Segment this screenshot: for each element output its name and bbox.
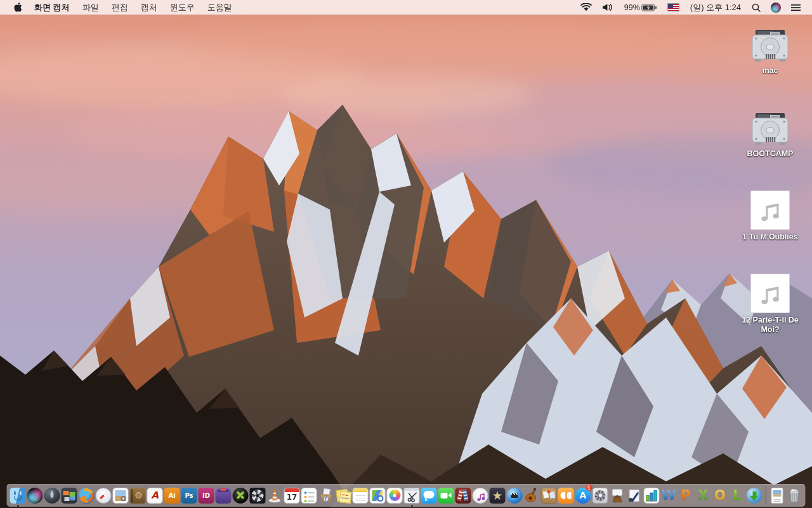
dock-item-facetime[interactable] bbox=[438, 484, 455, 507]
dock-item-grab[interactable] bbox=[403, 484, 421, 507]
dock-item-numbers[interactable] bbox=[643, 484, 660, 507]
dock-item-pages[interactable] bbox=[626, 484, 643, 507]
dock-item-word[interactable]: W bbox=[660, 484, 678, 507]
sierra-mountain-wallpaper bbox=[0, 0, 812, 508]
disk-tool-icon bbox=[250, 488, 266, 504]
dock-item-app-store[interactable]: A1 bbox=[575, 484, 592, 507]
menu-item-5[interactable]: 도움말 bbox=[201, 2, 239, 13]
dock-item-vlc[interactable] bbox=[266, 484, 284, 507]
spotlight-menu[interactable] bbox=[747, 0, 766, 15]
dock-item-keynote[interactable] bbox=[609, 484, 626, 507]
dock-item-siri[interactable] bbox=[27, 484, 44, 507]
siri-menu[interactable] bbox=[766, 0, 786, 15]
desktop-icon-label: 1 Tu M'Oublies bbox=[742, 232, 797, 242]
dock-item-address-book[interactable] bbox=[129, 484, 147, 507]
dock-item-calendar[interactable]: 17 bbox=[284, 484, 301, 507]
dock-item-lync[interactable]: L bbox=[729, 484, 746, 507]
facetime-camera-icon bbox=[438, 488, 454, 504]
input-source-menu[interactable] bbox=[662, 0, 684, 15]
menu-item-3[interactable]: 캡처 bbox=[134, 2, 164, 13]
desktop-icon-label: 12 Parle-T-Il De Moi? bbox=[735, 316, 805, 335]
wifi-icon bbox=[580, 3, 592, 11]
dock-item-system-preferences[interactable] bbox=[592, 484, 609, 507]
battery-charging-icon bbox=[641, 4, 657, 11]
icon-text: A bbox=[148, 488, 162, 503]
apple-icon bbox=[13, 2, 22, 13]
dock-item-trash[interactable] bbox=[786, 484, 803, 507]
dock-item-photos[interactable] bbox=[386, 484, 403, 507]
dock-item-stickies[interactable] bbox=[335, 484, 352, 507]
dock-item-acrobat-reader[interactable]: A bbox=[147, 484, 164, 507]
dock-item-image-file[interactable] bbox=[769, 484, 786, 507]
notification-center-menu[interactable] bbox=[786, 0, 806, 15]
dock-item-powerpoint[interactable]: P bbox=[678, 484, 695, 507]
notification-center-icon bbox=[791, 4, 801, 11]
calendar-icon: 17 bbox=[284, 488, 300, 504]
dock-item-ibooks[interactable] bbox=[558, 484, 575, 507]
dock-item-firefox[interactable] bbox=[78, 484, 95, 507]
dock-item-outlook[interactable]: O bbox=[712, 484, 729, 507]
numbers-chart-icon bbox=[644, 488, 660, 504]
apple-menu[interactable] bbox=[8, 0, 28, 15]
dock-item-corkboard-app[interactable] bbox=[540, 484, 558, 507]
desktop-icons: mac BOOTCAMP 1 Tu M'Oublies 12 Parle-T-I… bbox=[735, 23, 805, 365]
system-preferences-gear-icon bbox=[593, 488, 608, 504]
dock-item-reminders[interactable] bbox=[301, 484, 318, 507]
dock-item-x-orb-app[interactable] bbox=[232, 484, 249, 507]
ibooks-icon bbox=[558, 488, 574, 504]
battery-menu[interactable]: 99% bbox=[619, 0, 662, 15]
icon-text: O bbox=[712, 488, 728, 504]
dock-item-notes[interactable] bbox=[352, 484, 369, 507]
dock-item-imovie[interactable]: ★ bbox=[489, 484, 506, 507]
menu-item-2[interactable]: 편집 bbox=[105, 2, 134, 13]
dock-item-photoshop[interactable]: Ps bbox=[181, 484, 198, 507]
preview-icon bbox=[113, 488, 129, 504]
dock-item-finder[interactable] bbox=[10, 484, 27, 507]
dock-item-launchpad[interactable] bbox=[44, 484, 61, 507]
menu-item-1[interactable]: 파일 bbox=[76, 2, 105, 13]
menu-bar-clock[interactable]: (일) 오후 1:24 bbox=[684, 2, 747, 13]
active-app-menu[interactable]: 화면 캡처 bbox=[28, 2, 76, 13]
globe-download-icon bbox=[747, 488, 763, 504]
audio-file-icon bbox=[750, 190, 790, 230]
excel-icon: X bbox=[695, 488, 711, 504]
desktop-icon-12-parle-t-il-de-moi-[interactable]: 12 Parle-T-Il De Moi? bbox=[735, 272, 805, 335]
dock-item-safari[interactable] bbox=[95, 484, 112, 507]
dock-item-garageband[interactable] bbox=[523, 484, 540, 507]
running-indicator bbox=[17, 505, 19, 507]
icon-text: Ai bbox=[164, 488, 180, 504]
dock-item-illustrator[interactable]: Ai bbox=[164, 484, 181, 507]
desktop-icon-bootcamp[interactable]: BOOTCAMP bbox=[735, 106, 805, 159]
dock-item-itunes[interactable] bbox=[472, 484, 489, 507]
volume-menu[interactable] bbox=[597, 0, 619, 15]
dock: AAiPsID 17 C ★ A1 WPXOL bbox=[7, 484, 806, 507]
icon-text: X bbox=[695, 488, 711, 504]
dock-item-messages[interactable] bbox=[421, 484, 438, 507]
dock-item-indesign[interactable]: ID bbox=[198, 484, 215, 507]
dock-item-archive-box-app[interactable]: C bbox=[318, 484, 335, 507]
dock-item-globe-download[interactable] bbox=[746, 484, 763, 507]
garageband-guitar-icon bbox=[524, 488, 540, 504]
trash-icon bbox=[787, 488, 802, 504]
dock-item-photo-booth[interactable] bbox=[455, 484, 472, 507]
svg-text:C: C bbox=[325, 497, 328, 501]
image-file-icon bbox=[771, 488, 783, 504]
desktop-icon-1-tu-m-oublies[interactable]: 1 Tu M'Oublies bbox=[735, 189, 805, 242]
wifi-menu[interactable] bbox=[575, 0, 597, 15]
outlook-icon: O bbox=[712, 488, 728, 504]
dock-item-idvd[interactable] bbox=[506, 484, 523, 507]
corkboard-app-icon bbox=[541, 488, 557, 504]
menu-item-4[interactable]: 윈도우 bbox=[164, 2, 201, 13]
dock-item-disk-tool[interactable] bbox=[249, 484, 266, 507]
hard-drive-icon bbox=[751, 112, 789, 147]
dock-item-preview[interactable] bbox=[112, 484, 129, 507]
toast-titanium-icon bbox=[216, 488, 232, 504]
dock-item-toast[interactable] bbox=[215, 484, 232, 507]
word-icon: W bbox=[661, 488, 677, 504]
desktop-icon-mac[interactable]: mac bbox=[735, 23, 805, 76]
dock-item-excel[interactable]: X bbox=[695, 484, 712, 507]
dock-item-map-guide-app[interactable] bbox=[369, 484, 386, 507]
indesign-icon: ID bbox=[199, 488, 214, 504]
audio-file-icon bbox=[750, 274, 790, 313]
dock-item-mission-control[interactable] bbox=[61, 484, 78, 507]
